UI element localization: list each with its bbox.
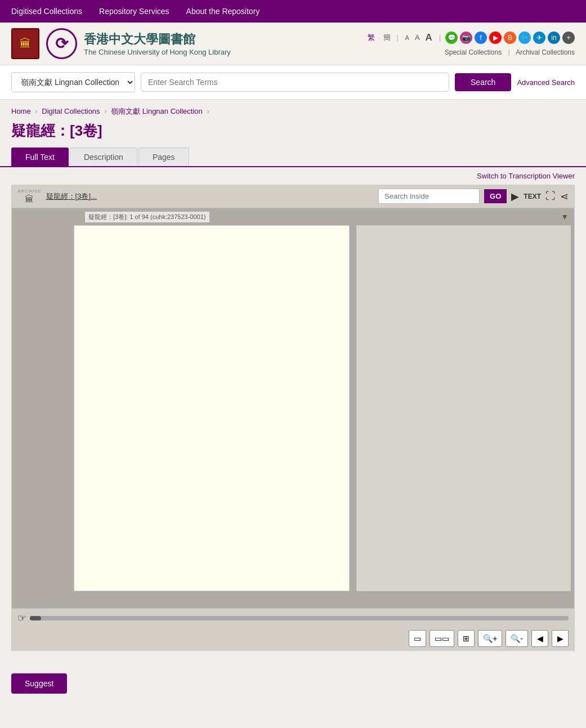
blogger-icon[interactable]: B — [504, 32, 516, 44]
suggest-button[interactable]: Suggest — [11, 673, 67, 694]
grid-view-button[interactable]: ⊞ — [458, 630, 475, 647]
search-inside-input[interactable] — [378, 189, 480, 204]
font-large[interactable]: A — [426, 32, 432, 43]
scroll-thumb — [30, 616, 41, 620]
facebook-icon[interactable]: f — [475, 32, 487, 44]
font-size-sep: | — [396, 34, 398, 42]
single-page-view-button[interactable]: ▭ — [409, 630, 426, 647]
search-button[interactable]: Search — [455, 73, 511, 91]
viewer-bottom-controls: ☞ ▭ ▭▭ ⊞ 🔍+ 🔍- ◀ ▶ — [12, 608, 574, 650]
font-small[interactable]: A — [405, 34, 409, 41]
special-collections-link[interactable]: Special Collections — [445, 48, 502, 56]
zoom-out-button[interactable]: 🔍- — [506, 630, 528, 647]
twitter-icon[interactable]: 🐦 — [518, 32, 531, 44]
university-name-chinese: 香港中文大學圖書館 — [84, 31, 231, 48]
content-tabs: Full Text Description Pages — [0, 148, 586, 167]
share-button[interactable]: ⋖ — [560, 190, 569, 203]
social-sep: | — [439, 34, 441, 42]
youtube-icon[interactable]: ▶ — [489, 32, 502, 44]
archive-label: ARCHIVE — [17, 189, 42, 194]
page-header: 🏛 ⟳ 香港中文大學圖書館 The Chinese University of … — [0, 23, 586, 65]
suggest-area: Suggest — [0, 662, 586, 705]
play-button[interactable]: ▶ — [511, 190, 519, 203]
breadcrumb-home[interactable]: Home — [11, 107, 31, 115]
tab-full-text[interactable]: Full Text — [11, 148, 69, 166]
search-input[interactable] — [141, 73, 449, 92]
links-separator: | — [508, 48, 509, 56]
linkedin-icon[interactable]: in — [548, 32, 560, 44]
transcription-link-area: Switch to Transcription Viewer — [0, 167, 586, 185]
circle-logo: ⟳ — [46, 28, 77, 59]
header-logo-area: 🏛 ⟳ 香港中文大學圖書館 The Chinese University of … — [11, 28, 231, 59]
transcription-viewer-link[interactable]: Switch to Transcription Viewer — [477, 172, 575, 180]
collection-select[interactable]: 嶺南文獻 Lingnan Collection — [11, 72, 135, 92]
cursor-icon: ☞ — [17, 612, 26, 624]
lang-separator: · — [378, 34, 380, 41]
advanced-search-link[interactable]: Advanced Search — [517, 78, 575, 87]
scroll-bar-container: ☞ — [12, 609, 574, 628]
viewer-title[interactable]: 疑龍經：[3卷]... — [46, 191, 374, 202]
page-info-label: 疑龍經：[3卷]: 1 of 94 (cuhk:237523-0001) — [85, 212, 209, 222]
breadcrumb: Home › Digital Collections › 嶺南文獻 Lingna… — [0, 100, 586, 119]
page-title: 疑龍經：[3卷] — [0, 119, 586, 148]
fullscreen-button[interactable]: ⛶ — [545, 190, 556, 202]
breadcrumb-digital-collections[interactable]: Digital Collections — [42, 107, 100, 115]
breadcrumb-sep1: › — [35, 107, 39, 115]
tab-pages[interactable]: Pages — [138, 148, 189, 166]
double-page-view-button[interactable]: ▭▭ — [430, 630, 454, 647]
instagram-icon[interactable]: 📷 — [460, 32, 472, 44]
document-page-right — [356, 225, 571, 591]
breadcrumb-sep3: › — [207, 107, 209, 115]
archive-icon: 🏛 — [25, 194, 34, 204]
university-name-english: The Chinese University of Hong Kong Libr… — [84, 48, 231, 56]
viewer-toolbar: ARCHIVE 🏛 疑龍經：[3卷]... GO ▶ TEXT ⛶ ⋖ — [12, 185, 574, 208]
shield-logo: 🏛 — [11, 28, 39, 59]
document-pages-area: 疑龍經：[3卷]: 1 of 94 (cuhk:237523-0001) ▼ — [12, 208, 574, 608]
zoom-in-button[interactable]: 🔍+ — [478, 630, 502, 647]
archival-collections-link[interactable]: Archival Collections — [516, 48, 575, 56]
nav-digitised-collections[interactable]: Digitised Collections — [11, 7, 82, 16]
language-selector: 繁 · 簡 | A A A | — [368, 32, 443, 43]
dropdown-arrow-icon[interactable]: ▼ — [557, 211, 572, 223]
social-and-lang-row: 繁 · 簡 | A A A | 💬 📷 f ▶ B 🐦 ✈ in + — [368, 32, 575, 44]
more-social-icon[interactable]: + — [562, 32, 575, 44]
document-viewer: ARCHIVE 🏛 疑龍經：[3卷]... GO ▶ TEXT ⛶ ⋖ 疑龍經：… — [11, 185, 575, 651]
prev-page-button[interactable]: ◀ — [531, 630, 548, 647]
viewer-icons: ▶ TEXT ⛶ ⋖ — [511, 190, 569, 203]
nav-about-repository[interactable]: About the Repository — [186, 7, 260, 16]
telegram-icon[interactable]: ✈ — [533, 32, 545, 44]
lang-traditional[interactable]: 繁 — [368, 33, 375, 43]
tab-description[interactable]: Description — [70, 148, 137, 166]
viewer-controls-row: ▭ ▭▭ ⊞ 🔍+ 🔍- ◀ ▶ — [12, 628, 574, 650]
header-right-area: 繁 · 簡 | A A A | 💬 📷 f ▶ B 🐦 ✈ in + Speci… — [368, 32, 575, 56]
document-page-left — [74, 225, 350, 591]
top-navigation: Digitised Collections Repository Service… — [0, 0, 586, 23]
text-label: TEXT — [524, 193, 541, 200]
next-page-button[interactable]: ▶ — [552, 630, 569, 647]
go-button[interactable]: GO — [484, 189, 507, 203]
lang-simplified[interactable]: 簡 — [383, 33, 391, 43]
collection-links: Special Collections | Archival Collectio… — [445, 48, 575, 56]
scroll-track[interactable] — [30, 616, 569, 620]
header-text: 香港中文大學圖書館 The Chinese University of Hong… — [84, 31, 231, 56]
archive-branding: ARCHIVE 🏛 — [17, 189, 42, 204]
nav-repository-services[interactable]: Repository Services — [99, 7, 169, 16]
search-bar: 嶺南文獻 Lingnan Collection Search Advanced … — [0, 65, 586, 100]
font-medium[interactable]: A — [415, 33, 420, 42]
breadcrumb-collection[interactable]: 嶺南文獻 Lingnan Collection — [111, 107, 203, 115]
breadcrumb-sep2: › — [104, 107, 109, 115]
wechat-icon[interactable]: 💬 — [445, 32, 458, 44]
